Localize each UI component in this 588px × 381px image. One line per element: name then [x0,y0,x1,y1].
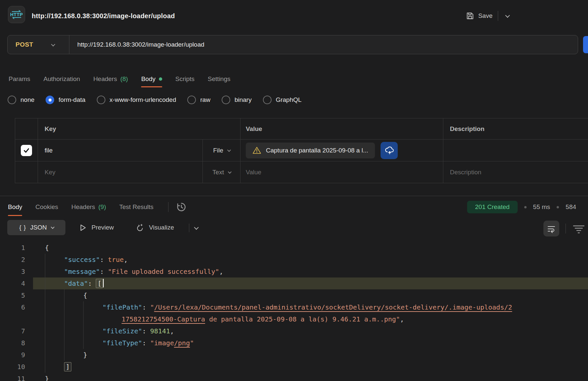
code-line-content[interactable]: } [33,349,588,361]
code-token: "image [150,339,174,347]
code-token: : [100,256,108,264]
url-input[interactable]: http://192.168.0.38:3002/image-loader/up… [69,41,578,48]
code-token: { [83,291,87,299]
indent-guide [45,349,64,361]
code-line: 11} [0,373,588,381]
line-number [0,313,33,325]
indent-guide [64,349,83,361]
dot-separator [557,206,559,208]
code-token: : [88,279,96,287]
divider [566,224,566,233]
status-badge: 201 Created [467,201,518,213]
format-options-chevron[interactable] [194,224,198,232]
code-line: 1758212754500-Captura de pantalla 2025-0… [0,313,588,325]
code-line-content[interactable]: 1758212754500-Captura de pantalla 2025-0… [33,313,588,325]
divider [498,11,498,21]
value-input[interactable]: Value [240,161,443,183]
tab-headers[interactable]: Headers(8) [93,71,128,87]
url-bar: POST http://192.168.0.38:3002/image-load… [7,35,578,54]
row-enabled-checkbox-empty[interactable] [15,161,38,183]
body-mode-binary[interactable]: binary [222,96,252,104]
response-tab-headers[interactable]: Headers(9) [71,199,106,215]
code-line-content[interactable]: "success": true, [33,254,588,266]
body-mode-form-data[interactable]: form-data [46,96,85,104]
indent-guide [45,301,64,313]
body-mode-none[interactable]: none [8,96,34,104]
indent-guide [45,254,64,266]
value-type-label: File [213,147,223,154]
code-token: "success" [64,256,100,264]
key-input[interactable]: Key [38,161,202,183]
row-enabled-checkbox[interactable] [21,145,32,156]
code-line: 3"message": "File uploaded successfully"… [0,266,588,277]
filter-lines-button[interactable] [572,224,585,234]
response-history-button[interactable] [176,201,187,213]
check-icon [23,147,30,154]
code-line: 7"fileSize": 98141, [0,325,588,337]
tab-params[interactable]: Params [9,71,30,87]
method-dropdown[interactable]: POST [8,41,69,48]
tab-settings[interactable]: Settings [208,71,231,87]
value-type-dropdown[interactable]: Text [202,161,240,183]
chevron-down-icon [51,42,55,46]
body-mode-x-www-form-urlencoded[interactable]: x-www-form-urlencoded [97,96,176,104]
file-path-link[interactable]: /Users/lexa/Documents/panel-administrati… [154,303,512,311]
indent-guide [45,337,64,349]
line-number: 6 [0,301,33,313]
key-column-header: Key [38,118,240,139]
code-line-content[interactable]: { [33,289,588,301]
code-token: "fileSize" [102,327,142,335]
code-line-content[interactable]: "message": "File uploaded successfully", [33,266,588,277]
save-options-chevron[interactable] [503,12,511,21]
response-time: 55 ms [533,203,550,211]
code-line-content[interactable]: "data": [ [33,277,588,289]
description-input[interactable]: Description [443,161,588,183]
save-button[interactable]: Save [466,12,493,20]
selected-file-chip[interactable]: Captura de pantalla 2025-09-08 a l... [246,143,375,158]
key-input[interactable]: file [38,140,202,161]
tab-authorization[interactable]: Authorization [43,71,80,87]
preview-button[interactable]: Preview [78,220,114,235]
line-number: 7 [0,325,33,337]
code-line-content[interactable]: } [33,373,588,381]
tab-body[interactable]: Body [141,71,162,87]
response-tab-cookies[interactable]: Cookies [35,199,58,215]
tab-scripts[interactable]: Scripts [175,71,195,87]
response-body-editor[interactable]: 1{2"success": true,3"message": "File upl… [0,242,588,381]
code-line-content[interactable]: "fileSize": 98141, [33,325,588,337]
response-tab-body[interactable]: Body [8,199,22,215]
response-size: 584 [566,203,576,211]
request-header: HTTP http://192.168.0.38:3002/image-load… [0,0,588,32]
divider [189,224,189,232]
http-logo-label: HTTP [10,12,23,17]
code-line: 9} [0,349,588,361]
send-button[interactable] [583,36,588,53]
chevron-down-icon [227,148,231,151]
description-input[interactable] [443,140,588,161]
indent-guide [83,313,102,325]
response-tab-test-results[interactable]: Test Results [119,199,153,215]
code-line-content[interactable]: { [33,242,588,254]
divider [168,202,168,212]
file-path-link[interactable]: /png [174,339,190,347]
code-token: "data" [64,279,88,287]
wrap-text-button[interactable] [543,221,559,236]
code-line-content[interactable]: ] [33,361,588,373]
indent-guide [83,301,102,313]
form-data-table: Key Value Description file File [15,118,588,183]
tab-label: Body [141,75,155,83]
chevron-down-icon [505,13,510,18]
code-line: 5{ [0,289,588,301]
body-mode-raw[interactable]: raw [187,96,210,104]
value-type-dropdown[interactable]: File [202,140,240,161]
code-line-content[interactable]: "fileType": "image/png" [33,337,588,349]
code-line-content[interactable]: "filePath": "/Users/lexa/Documents/panel… [33,301,588,313]
play-icon [78,223,87,232]
indent-guide [45,289,64,301]
upload-file-button[interactable] [381,142,398,159]
file-path-link[interactable]: 1758212754500-Captura [122,315,205,323]
body-mode-graphql[interactable]: GraphQL [263,96,302,104]
indent-guide [64,301,83,313]
response-format-dropdown[interactable]: { } JSON [7,220,65,235]
visualize-button[interactable]: Visualize [135,220,174,235]
